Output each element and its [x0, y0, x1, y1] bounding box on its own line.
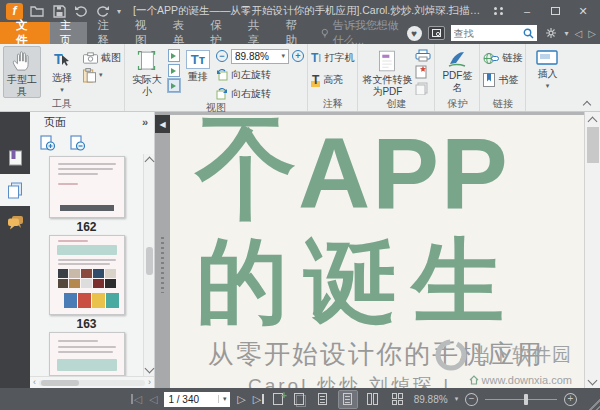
save-icon[interactable]	[51, 3, 67, 19]
blank-page-star-icon[interactable]	[415, 65, 428, 79]
panel-vertical-scrollbar[interactable]	[143, 154, 154, 376]
snapshot-button[interactable]: 截图	[83, 50, 121, 66]
previous-page-button[interactable]: ◁	[149, 393, 157, 406]
facing-continuous-view-icon[interactable]	[389, 391, 407, 408]
pdf-sign-button[interactable]: PDF签名	[438, 46, 476, 98]
open-file-icon[interactable]	[29, 3, 45, 19]
fit-page-icon[interactable]	[168, 49, 180, 62]
combine-files-icon[interactable]	[415, 82, 428, 95]
fit-width-icon[interactable]	[168, 64, 180, 77]
continuous-view-icon[interactable]	[339, 391, 357, 408]
undo-icon[interactable]	[73, 3, 89, 19]
page-dropdown-icon[interactable]: ▾	[218, 395, 230, 403]
zoom-slider-handle[interactable]	[524, 394, 528, 405]
comments-panel-icon[interactable]	[0, 206, 30, 238]
pdf-reader-window: f ▾ [一个APP的诞生——从零开始设计你的手机应用].Carol.炒炒.刘焯…	[0, 0, 600, 410]
typewriter-button[interactable]: TI 打字机	[311, 50, 354, 66]
tab-share[interactable]: 共享	[238, 22, 276, 44]
favorite-heart-icon[interactable]: ♥	[407, 26, 422, 41]
thumbnail-page-164[interactable]	[49, 332, 125, 376]
thumbnail-zoom-out-icon[interactable]	[70, 135, 86, 152]
scroll-left-icon[interactable]: ‹	[33, 378, 36, 387]
app-logo-icon[interactable]: f	[6, 3, 23, 20]
status-zoom-dropdown-icon[interactable]: ▾	[455, 395, 459, 403]
scroll-down-icon[interactable]	[144, 364, 154, 374]
tab-file[interactable]: 文件	[0, 22, 50, 44]
search-icon[interactable]	[523, 28, 534, 39]
typewriter-icon: TI	[311, 51, 321, 65]
splitter-grip[interactable]	[161, 237, 164, 293]
link-button[interactable]: 链接	[483, 50, 522, 66]
quick-access-dropdown-icon[interactable]: ▾	[117, 7, 121, 16]
pages-panel-title: 页面	[44, 115, 66, 130]
hand-icon	[12, 50, 32, 72]
document-vertical-scrollbar[interactable]	[584, 112, 600, 388]
zoom-out-ribbon-icon[interactable]: −	[216, 50, 228, 62]
doc-scroll-down-icon[interactable]	[588, 376, 598, 386]
close-button[interactable]: ✕	[572, 3, 594, 19]
clipboard-button[interactable]: ▾	[83, 67, 121, 83]
panel-expand-icon[interactable]: »	[142, 116, 146, 128]
highlight-button[interactable]: T 高亮	[311, 72, 354, 88]
zoom-slider[interactable]	[485, 393, 557, 406]
facing-view-icon[interactable]	[364, 391, 382, 408]
window-resize-grip[interactable]	[586, 396, 600, 410]
scanner-icon[interactable]	[415, 49, 431, 62]
zoom-level-combobox[interactable]: 89.88% ▾	[231, 49, 289, 64]
actual-size-button[interactable]: 实际大小	[128, 46, 166, 98]
status-zoom-in-icon[interactable]: +	[564, 393, 577, 406]
tab-protect[interactable]: 保护	[200, 22, 238, 44]
tab-home[interactable]: 主页	[50, 22, 88, 44]
zoom-in-ribbon-icon[interactable]: +	[292, 50, 304, 62]
gear-dropdown-icon[interactable]: ▾	[565, 29, 569, 38]
duplicate-view-icon[interactable]	[293, 392, 307, 407]
last-page-button[interactable]: ▷	[253, 393, 265, 406]
next-page-button[interactable]: ▷	[237, 393, 245, 406]
first-page-button[interactable]: ◁	[130, 393, 142, 406]
find-settings-gear-icon[interactable]	[543, 25, 559, 41]
ribbon-group-view: 实际大小 Tт 重排 − 89.88% ▾	[125, 44, 308, 111]
doc-scroll-thumb[interactable]	[587, 127, 599, 163]
new-tab-page-icon[interactable]: +	[272, 392, 286, 407]
redo-icon[interactable]	[95, 3, 111, 19]
tab-form[interactable]: 表单	[163, 22, 201, 44]
find-input[interactable]	[454, 28, 523, 39]
tab-view[interactable]: 视图	[125, 22, 163, 44]
thumbnail-zoom-in-icon[interactable]	[40, 135, 56, 152]
fit-visible-icon[interactable]	[168, 79, 180, 92]
panel-horizontal-scrollbar[interactable]: ‹ ›	[30, 376, 154, 388]
panel-scroll-thumb[interactable]	[146, 247, 153, 275]
thumbnail-page-162[interactable]	[49, 156, 125, 218]
insert-button[interactable]: 插入 ▾	[529, 46, 565, 98]
find-next-icon[interactable]: ▷	[588, 28, 596, 39]
panel-collapse-button[interactable]: ◀	[155, 115, 170, 133]
find-previous-icon[interactable]: ◁	[575, 28, 583, 39]
thumbnail-page-163[interactable]	[49, 235, 125, 315]
select-tool-button[interactable]: T 选择 ▾	[43, 46, 81, 98]
reflow-button[interactable]: Tт 重排	[182, 46, 214, 98]
convert-to-pdf-button[interactable]: 将文件转换为PDF	[361, 46, 413, 98]
book-cover-page[interactable]: 一 个APP 的诞生 从零开始设计你的手机应用 Carol 炒炒 刘焯琛 | 当…	[170, 115, 584, 388]
hand-tool-button[interactable]: 手型工具	[3, 46, 41, 98]
rotate-right-button[interactable]: 向右旋转	[216, 86, 304, 102]
bookmark-button[interactable]: 书签	[483, 72, 522, 88]
bookmarks-panel-icon[interactable]	[0, 142, 30, 174]
maximize-button[interactable]	[544, 3, 566, 19]
status-zoom-out-icon[interactable]: −	[465, 393, 478, 406]
minimize-button[interactable]: –	[516, 3, 538, 19]
read-mode-icon[interactable]	[428, 26, 445, 40]
tab-help[interactable]: 帮助	[276, 22, 314, 44]
panel-hscroll-thumb[interactable]	[41, 380, 79, 386]
doc-scroll-up-icon[interactable]	[588, 117, 598, 127]
scroll-up-icon[interactable]	[144, 157, 154, 167]
ribbon-collapse-chevron[interactable]	[582, 100, 592, 108]
rotate-left-button[interactable]: 向左旋转	[216, 67, 304, 83]
tab-comment[interactable]: 注释	[87, 22, 125, 44]
page-number-field[interactable]: 1 / 340 ▾	[164, 392, 230, 407]
ui-layout-icon[interactable]	[488, 3, 510, 19]
status-zoom-value: 89.88%	[414, 394, 448, 405]
panel-splitter[interactable]: ◀	[155, 112, 170, 388]
single-page-view-icon[interactable]	[314, 391, 332, 408]
scroll-right-icon[interactable]: ›	[148, 378, 151, 387]
pages-panel-icon[interactable]	[0, 174, 30, 206]
